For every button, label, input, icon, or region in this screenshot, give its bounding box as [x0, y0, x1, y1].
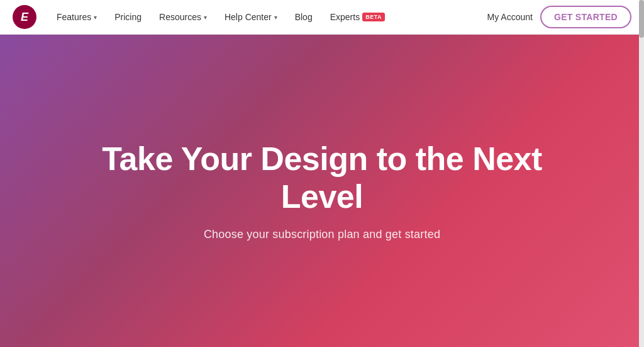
- navbar-right: My Account GET STARTED: [487, 6, 631, 28]
- nav-item-experts[interactable]: Experts BETA: [323, 7, 392, 27]
- nav-features-label: Features: [57, 12, 91, 22]
- nav-resources-label: Resources: [159, 12, 201, 22]
- scrollbar-thumb[interactable]: [639, 0, 644, 38]
- resources-chevron-icon: ▾: [204, 14, 207, 21]
- experts-beta-badge: BETA: [362, 13, 385, 21]
- nav-item-help-center[interactable]: Help Center ▾: [217, 7, 285, 27]
- logo-letter: E: [21, 11, 28, 24]
- my-account-link[interactable]: My Account: [487, 12, 533, 22]
- logo[interactable]: E: [13, 5, 36, 29]
- hero-title: Take Your Design to the Next Level: [70, 140, 574, 216]
- nav-item-pricing[interactable]: Pricing: [107, 7, 149, 27]
- nav-menu: Features ▾ Pricing Resources ▾ Help Cent…: [49, 7, 487, 27]
- hero-section: Take Your Design to the Next Level Choos…: [0, 35, 644, 347]
- nav-blog-label: Blog: [295, 12, 313, 22]
- get-started-button[interactable]: GET STARTED: [540, 6, 631, 28]
- nav-item-blog[interactable]: Blog: [287, 7, 320, 27]
- features-chevron-icon: ▾: [94, 14, 97, 21]
- nav-pricing-label: Pricing: [114, 12, 142, 22]
- navbar: E Features ▾ Pricing Resources ▾ Help Ce…: [0, 0, 644, 35]
- nav-item-resources[interactable]: Resources ▾: [152, 7, 214, 27]
- nav-help-label: Help Center: [225, 12, 272, 22]
- help-chevron-icon: ▾: [274, 14, 277, 21]
- hero-subtitle: Choose your subscription plan and get st…: [204, 228, 440, 241]
- scrollbar-track[interactable]: [639, 0, 644, 347]
- nav-experts-label: Experts: [330, 12, 360, 22]
- nav-item-features[interactable]: Features ▾: [49, 7, 104, 27]
